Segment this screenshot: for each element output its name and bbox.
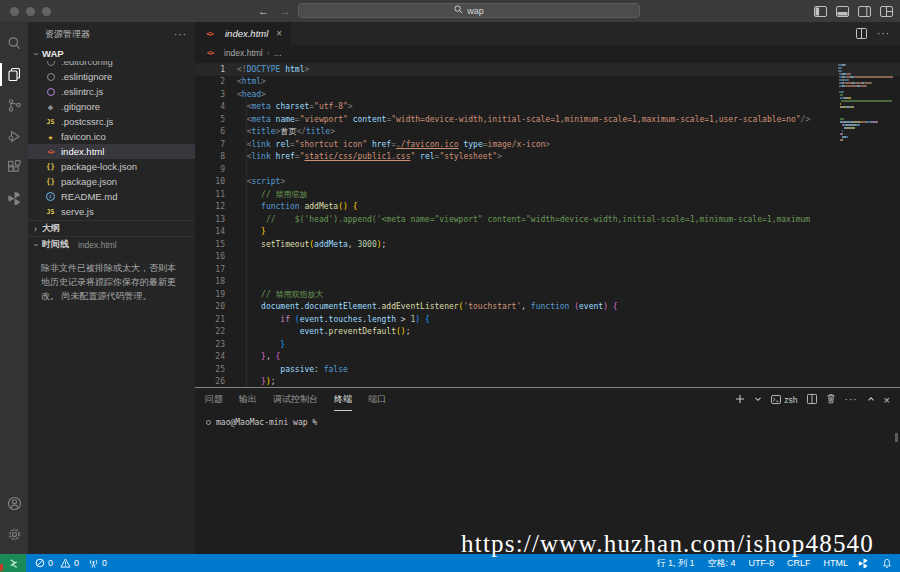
breadcrumb-file[interactable]: index.html	[224, 48, 263, 58]
code-line[interactable]: 20 document.documentElement.addEventList…	[195, 301, 900, 314]
minimize-window-button[interactable]	[26, 7, 35, 16]
toggle-primary-sidebar-icon[interactable]	[814, 6, 827, 17]
file-list: .eslintignore .eslintrc.js .gitignore .p…	[28, 69, 195, 219]
code-line[interactable]: 17	[195, 263, 900, 276]
folder-header-wap[interactable]: › WAP	[28, 46, 195, 61]
file-name: .eslintrc.js	[61, 86, 103, 97]
toggle-panel-icon[interactable]	[836, 6, 849, 17]
activity-bar	[0, 22, 28, 554]
panel-tab[interactable]: 端口	[368, 388, 386, 411]
kill-terminal-trash-icon[interactable]	[826, 393, 836, 406]
file-row[interactable]: .gitignore	[28, 99, 195, 114]
timeline-section-header[interactable]: › 时间线 index.html	[28, 236, 195, 252]
remote-indicator[interactable]	[0, 554, 26, 572]
status-item[interactable]: 空格: 4	[707, 557, 735, 570]
code-line[interactable]: 6 <title>首页</title>	[195, 126, 900, 139]
code-line[interactable]: 2<html>	[195, 76, 900, 89]
extensions-icon[interactable]	[0, 152, 28, 183]
search-icon[interactable]	[0, 28, 28, 59]
status-item-label: CRLF	[787, 558, 811, 568]
pinwheel-status-icon[interactable]	[858, 558, 869, 569]
code-line[interactable]: 19 // 禁用双指放大	[195, 288, 900, 301]
zoom-window-button[interactable]	[42, 7, 51, 16]
code-line[interactable]: 24 }, {	[195, 351, 900, 364]
code-line[interactable]: 1<!DOCTYPE html>	[195, 63, 900, 76]
code-line[interactable]: 11 // 禁用缩放	[195, 188, 900, 201]
status-item[interactable]: 行 1, 列 1	[656, 557, 694, 570]
file-row[interactable]: .eslintrc.js	[28, 84, 195, 99]
code-line[interactable]: 7 <link rel="shortcut icon" href=./favic…	[195, 138, 900, 151]
panel-tab[interactable]: 问题	[205, 388, 223, 411]
file-row[interactable]: README.md	[28, 189, 195, 204]
panel-tab[interactable]: 输出	[239, 388, 257, 411]
explorer-files-icon[interactable]	[0, 59, 28, 90]
tab-index-html[interactable]: index.html ×	[195, 22, 291, 45]
editor-more-actions-icon[interactable]: ···	[877, 28, 890, 39]
toggle-secondary-sidebar-icon[interactable]	[858, 6, 871, 17]
code-line[interactable]: 16	[195, 251, 900, 264]
file-row[interactable]: package-lock.json	[28, 159, 195, 174]
code-line[interactable]: 8 <link href="static/css/public1.css" re…	[195, 151, 900, 164]
code-line[interactable]: 13 // $('head').append('<meta name="view…	[195, 213, 900, 226]
sidebar-more-actions-icon[interactable]: ···	[174, 29, 187, 40]
html-file-icon	[204, 28, 215, 39]
split-editor-icon[interactable]	[856, 25, 867, 43]
close-tab-icon[interactable]: ×	[276, 28, 282, 39]
code-line[interactable]: 26 });	[195, 376, 900, 388]
code-editor[interactable]: 1<!DOCTYPE html>2<html>3<head>4 <meta ch…	[195, 61, 900, 387]
problems-status[interactable]: 0 0	[35, 558, 79, 568]
ports-count: 0	[102, 558, 107, 568]
code-line[interactable]: 5 <meta name="viewport" content="width=d…	[195, 113, 900, 126]
source-control-icon[interactable]	[0, 90, 28, 121]
code-line[interactable]: 3<head>	[195, 88, 900, 101]
navigate-back-button[interactable]: ←	[258, 5, 269, 17]
file-row[interactable]: index.html	[28, 144, 195, 159]
code-line[interactable]: 15 setTimeout(addMeta, 3000);	[195, 238, 900, 251]
panel-tab[interactable]: 终端	[334, 388, 352, 411]
account-icon[interactable]	[0, 488, 28, 519]
panel-tab-label: 输出	[239, 393, 257, 406]
status-item[interactable]: CRLF	[787, 558, 811, 568]
settings-gear-icon[interactable]	[0, 519, 28, 550]
pinwheel-extension-icon[interactable]	[0, 183, 28, 214]
code-line[interactable]: 21 if (event.touches.length > 1) {	[195, 313, 900, 326]
navigate-forward-button[interactable]: →	[280, 5, 291, 17]
file-row[interactable]: .eslintignore	[28, 69, 195, 84]
file-row[interactable]: serve.js	[28, 204, 195, 219]
minimap[interactable]	[838, 64, 893, 142]
new-terminal-icon[interactable]	[735, 394, 745, 406]
command-center-search[interactable]: wap	[298, 3, 640, 18]
notifications-bell-icon[interactable]	[882, 558, 892, 569]
file-row-partial[interactable]: .editorconfig	[28, 61, 195, 69]
file-row[interactable]: .postcssrc.js	[28, 114, 195, 129]
code-line[interactable]: 25 passive: false	[195, 363, 900, 376]
status-item[interactable]: HTML	[824, 558, 849, 568]
ports-status[interactable]: 0	[88, 558, 107, 569]
panel-tab-label: 终端	[334, 393, 352, 406]
code-line[interactable]: 9	[195, 163, 900, 176]
outline-section-header[interactable]: › 大纲	[28, 220, 195, 236]
panel-tab[interactable]: 调试控制台	[273, 388, 318, 411]
terminal-dropdown-chevron-icon[interactable]	[754, 394, 762, 405]
terminal-scrollbar[interactable]	[895, 433, 898, 442]
code-line[interactable]: 4 <meta charset="utf-8">	[195, 101, 900, 114]
shell-indicator[interactable]: zsh	[771, 395, 797, 405]
status-item[interactable]: UTF-8	[748, 558, 774, 568]
code-line[interactable]: 18	[195, 276, 900, 289]
code-line[interactable]: 12 function addMeta() {	[195, 201, 900, 214]
close-window-button[interactable]	[10, 7, 19, 16]
run-debug-icon[interactable]	[0, 121, 28, 152]
file-row[interactable]: favicon.ico	[28, 129, 195, 144]
file-row[interactable]: package.json	[28, 174, 195, 189]
breadcrumb-symbol[interactable]: …	[274, 48, 283, 58]
customize-layout-icon[interactable]	[880, 6, 893, 17]
split-terminal-icon[interactable]	[807, 394, 817, 406]
code-line[interactable]: 10 <script>	[195, 176, 900, 189]
code-line[interactable]: 14 }	[195, 226, 900, 239]
panel-more-actions-icon[interactable]: ···	[845, 394, 858, 405]
maximize-panel-chevron-icon[interactable]	[867, 394, 875, 405]
code-line[interactable]: 23 }	[195, 338, 900, 351]
code-line[interactable]: 22 event.preventDefault();	[195, 326, 900, 339]
close-panel-icon[interactable]: ×	[884, 394, 890, 406]
explorer-sidebar: 资源管理器 ··· › WAP .editorconfig .eslintign…	[28, 22, 195, 554]
